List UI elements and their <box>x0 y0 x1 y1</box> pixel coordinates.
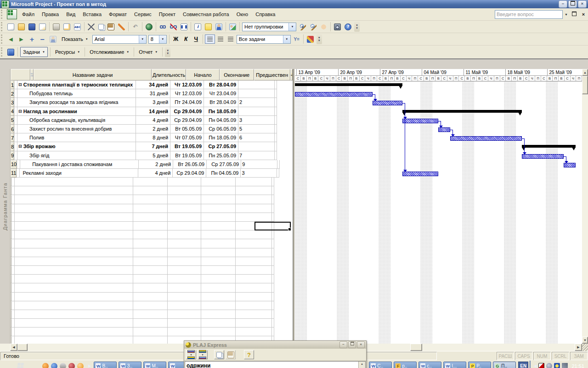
vertical-scroll-thumb[interactable] <box>582 76 588 94</box>
header-task-name[interactable]: Название задачи <box>34 69 152 80</box>
menu-вид[interactable]: Вид <box>62 10 79 19</box>
predecessors-cell[interactable]: 5 <box>238 125 275 133</box>
row-id-cell[interactable]: 3 <box>11 98 14 107</box>
start-cell[interactable] <box>168 310 201 319</box>
menu-формат[interactable]: Формат <box>105 10 130 19</box>
next-cell[interactable] <box>275 80 277 89</box>
row-id-cell[interactable]: 1 <box>11 80 14 89</box>
menu-проект[interactable]: Проект <box>155 10 179 19</box>
predecessors-cell[interactable]: 7 <box>238 151 275 160</box>
predecessors-cell[interactable] <box>236 275 272 283</box>
task-bar[interactable] <box>522 154 564 159</box>
taskbar-button[interactable]: WІ... <box>443 362 466 368</box>
predecessors-cell[interactable] <box>238 142 275 151</box>
mail-client-icon[interactable] <box>51 363 57 368</box>
summary-bar[interactable] <box>402 110 522 113</box>
copy-button[interactable] <box>97 23 105 31</box>
antivirus-tray-icon[interactable] <box>538 363 544 368</box>
finish-cell[interactable]: Пн 04.05.09 <box>204 116 238 125</box>
guide-отчет-button[interactable]: Отчет▼ <box>136 47 160 57</box>
zoom-in-button[interactable]: + <box>298 22 307 32</box>
task-name-cell[interactable] <box>15 248 133 257</box>
indicator-cell[interactable] <box>14 133 17 142</box>
indicator-cell[interactable] <box>14 89 17 98</box>
toolbar-options-button[interactable]: ▼▼ <box>317 34 322 44</box>
restore-button[interactable] <box>568 0 577 8</box>
finish-cell[interactable] <box>201 319 236 328</box>
paste-button[interactable] <box>106 22 116 32</box>
finish-cell[interactable] <box>201 178 236 186</box>
predecessors-cell[interactable] <box>238 89 275 98</box>
summary-bar[interactable] <box>295 83 402 86</box>
scroll-down-icon[interactable]: ▼ <box>582 337 588 344</box>
menu-справка[interactable]: Справка <box>252 10 279 19</box>
indicator-cell[interactable] <box>11 204 15 213</box>
show-button[interactable]: Показать ▼ <box>59 34 90 44</box>
table-scroll-thumb[interactable] <box>17 344 28 351</box>
predecessors-cell[interactable] <box>236 230 272 239</box>
print-button[interactable] <box>51 22 61 32</box>
duration-cell[interactable] <box>133 178 168 186</box>
task-name-cell[interactable] <box>15 293 133 301</box>
question-dropdown-icon[interactable]: ▼ <box>563 10 570 19</box>
scroll-right-icon[interactable]: ▶ <box>575 344 582 351</box>
duration-cell[interactable] <box>133 275 168 283</box>
header-predecessors[interactable]: Предшествен <box>254 69 290 80</box>
collapse-icon[interactable]: ⊟ <box>18 144 22 149</box>
save-button[interactable] <box>27 22 37 32</box>
predecessors-cell[interactable]: 3 <box>241 169 277 178</box>
indicator-cell[interactable] <box>11 195 15 204</box>
predecessors-cell[interactable] <box>236 186 272 195</box>
task-bar[interactable] <box>402 119 438 123</box>
finish-cell[interactable]: Ср 27.05.09 <box>207 160 241 169</box>
task-name-cell[interactable] <box>15 319 133 328</box>
row-id-cell[interactable]: 7 <box>11 133 14 142</box>
task-name-cell[interactable]: ⊟ Нагляд за рослинами <box>17 107 136 116</box>
duration-cell[interactable]: 3 дней <box>136 98 170 107</box>
gantt-wizard-button[interactable] <box>305 34 315 44</box>
predecessors-cell[interactable]: 3 <box>238 116 275 125</box>
duration-cell[interactable] <box>133 319 168 328</box>
start-cell[interactable]: Чт 12.03.09 <box>170 89 204 98</box>
messenger-icon[interactable] <box>77 363 84 368</box>
start-cell[interactable] <box>168 186 201 195</box>
indicator-cell[interactable] <box>14 125 17 133</box>
duration-cell[interactable] <box>133 266 168 275</box>
hide-subtasks-button[interactable]: − <box>38 34 47 44</box>
outdent-button[interactable]: ◀ <box>6 34 16 44</box>
filter-combo[interactable]: Все задачи ▼ <box>237 35 291 44</box>
autofilter-button[interactable]: Y= <box>292 35 301 44</box>
start-cell[interactable] <box>168 248 201 257</box>
duration-cell[interactable]: 34 дней <box>136 80 170 89</box>
task-name-cell[interactable]: Пакування і доставка споживачам <box>20 160 139 169</box>
spelling-button[interactable]: ABC <box>73 22 82 32</box>
task-name-cell[interactable] <box>15 283 133 292</box>
task-name-cell[interactable] <box>15 266 133 275</box>
task-bar[interactable] <box>295 92 373 97</box>
next-cell[interactable] <box>272 213 274 222</box>
plaj-paste-button[interactable] <box>226 350 236 359</box>
search-button[interactable] <box>38 22 47 32</box>
task-name-cell[interactable]: Закупка розсади та закладка ягідника <box>17 98 136 107</box>
row-id-cell[interactable]: 8 <box>11 142 14 151</box>
language-indicator[interactable]: EN <box>518 362 528 368</box>
task-name-cell[interactable]: ⊟ Збір врожаю <box>17 142 136 151</box>
finish-cell[interactable] <box>201 328 236 336</box>
taskbar-button[interactable]: GП.. <box>493 362 516 368</box>
font-combo[interactable]: Arial ▼ <box>92 35 147 44</box>
finish-cell[interactable]: Ср 06.05.09 <box>204 125 238 133</box>
finish-cell[interactable] <box>201 230 236 239</box>
predecessors-cell[interactable] <box>236 239 272 248</box>
close-button[interactable]: × <box>578 0 587 8</box>
start-cell[interactable] <box>168 328 201 336</box>
duration-cell[interactable] <box>133 239 168 248</box>
tray-chevron-icon[interactable]: ◀ <box>534 364 537 368</box>
next-cell[interactable] <box>272 204 274 213</box>
insert-hyperlink-button[interactable] <box>144 22 154 32</box>
finish-cell[interactable] <box>201 275 236 283</box>
indicator-cell[interactable] <box>11 257 15 266</box>
scroll-up-icon[interactable]: ▲ <box>582 69 588 76</box>
finish-cell[interactable] <box>201 239 236 248</box>
indicator-cell[interactable] <box>11 239 15 248</box>
toolbar-grip[interactable] <box>1 34 5 44</box>
